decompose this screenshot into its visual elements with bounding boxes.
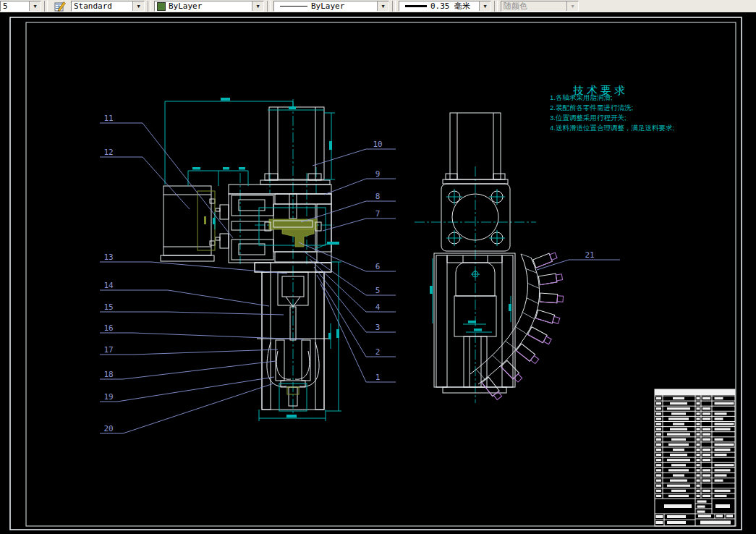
bylayer-color-swatch	[157, 2, 166, 11]
chevron-down-icon[interactable]: ▼	[479, 1, 490, 11]
callout-label: 12	[103, 148, 113, 157]
workpiece	[533, 251, 558, 268]
plot-style-value: 随颜色	[504, 1, 566, 12]
layer-edit-icon	[54, 1, 66, 12]
tech-requirements-item: 3.位置调整采用行程开关;	[550, 114, 627, 122]
callout-label: 2	[375, 347, 381, 357]
callout-label: 9	[375, 169, 381, 179]
layer-combo-partial[interactable]: 5 ▼	[0, 1, 41, 12]
callout-label: 18	[103, 370, 113, 379]
workpiece	[538, 273, 563, 285]
title-block-table	[655, 389, 735, 526]
toolbar-separator	[44, 1, 48, 12]
text-style-combo[interactable]: Standard ▼	[71, 1, 145, 12]
callout-label: 10	[373, 140, 382, 149]
chevron-down-icon[interactable]: ▼	[132, 1, 144, 11]
toolbar-separator	[392, 1, 396, 12]
tech-requirements-item: 4.送料滑道位置合理调整，满足送料要求;	[550, 124, 674, 132]
callout-label: 7	[375, 209, 381, 219]
chevron-down-icon[interactable]: ▼	[252, 1, 263, 11]
linetype-value: ByLayer	[311, 1, 377, 11]
lineweight-value: 0.35 毫米	[430, 1, 479, 12]
text-style-value: Standard	[74, 1, 132, 11]
callout-label: 5	[375, 286, 381, 295]
chevron-down-icon[interactable]: ▼	[29, 1, 41, 11]
tech-requirements-item: 1.各轴承采用脂润滑;	[550, 93, 613, 101]
callout-label: 17	[103, 345, 113, 355]
callout-label: 15	[103, 302, 113, 312]
toolbar-separator	[267, 1, 271, 12]
workpiece	[516, 344, 540, 365]
technical-requirements-note: 技术要求1.各轴承采用脂润滑;2.装配前各零件需进行清洗;3.位置调整采用行程开…	[550, 84, 674, 132]
callout-label: 3	[375, 323, 381, 332]
chevron-down-icon[interactable]: ▼	[377, 1, 388, 11]
lineweight-sample-icon	[405, 5, 427, 7]
callout-label: 4	[375, 302, 381, 312]
callout-label: 1	[375, 373, 381, 382]
callout-label: 13	[103, 253, 113, 262]
feeding-chute	[470, 251, 564, 401]
plot-style-combo: 随颜色 ▼	[501, 1, 579, 12]
callout-label: 14	[103, 281, 114, 290]
callout-label: 11	[103, 114, 113, 123]
tech-requirements-item: 2.装配前各零件需进行清洗;	[550, 103, 633, 111]
workpiece	[501, 360, 523, 383]
object-properties-toolbar: 5 ▼ Standard ▼ ByLayer ▼	[0, 0, 756, 13]
side-view	[415, 113, 536, 403]
callout-label: 19	[103, 392, 113, 402]
callout-label: 21	[585, 250, 594, 260]
text-style-manager-button[interactable]	[51, 0, 69, 12]
color-value: ByLayer	[169, 1, 252, 11]
linetype-sample-icon	[280, 6, 307, 7]
linetype-control-combo[interactable]: ByLayer ▼	[273, 1, 389, 12]
callout-label: 16	[103, 323, 113, 333]
toolbar-separator	[148, 1, 151, 12]
layer-combo-value: 5	[3, 1, 29, 11]
chevron-down-icon: ▼	[566, 1, 578, 11]
callout-label: 20	[103, 424, 113, 433]
workpiece	[482, 377, 503, 401]
lineweight-control-combo[interactable]: 0.35 毫米 ▼	[399, 1, 491, 12]
side-box	[161, 186, 215, 261]
workpiece	[527, 327, 552, 346]
workpiece	[540, 293, 564, 303]
main-section-view	[161, 99, 334, 415]
workpiece	[535, 310, 560, 325]
part-callouts: 111213141516171819201098765432121	[100, 114, 620, 433]
cad-application-window: 5 ▼ Standard ▼ ByLayer ▼	[0, 0, 756, 534]
callout-label: 6	[375, 262, 381, 271]
toolbar-separator	[494, 1, 498, 12]
color-control-combo[interactable]: ByLayer ▼	[154, 1, 264, 12]
sheet-border	[10, 17, 742, 530]
cad-drawing: 111213141516171819201098765432121 技术要求1.…	[0, 12, 756, 534]
model-space-viewport[interactable]: 111213141516171819201098765432121 技术要求1.…	[0, 12, 756, 534]
callout-label: 8	[375, 192, 381, 201]
